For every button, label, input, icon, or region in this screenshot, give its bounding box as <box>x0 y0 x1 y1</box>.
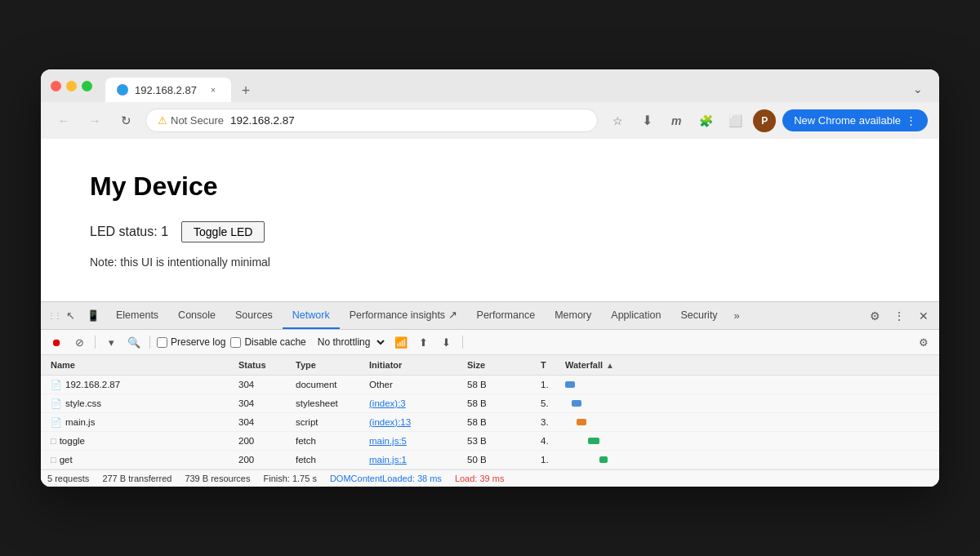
row-waterfall-3 <box>562 416 933 429</box>
row-name-5: □ get <box>47 454 235 465</box>
tab-network[interactable]: Network <box>283 303 340 329</box>
row-time-4: 4. <box>537 435 562 447</box>
tab-console[interactable]: Console <box>168 303 225 329</box>
select-panel-icon[interactable]: ↖ <box>60 306 80 326</box>
extensions-btn[interactable]: 🧩 <box>694 109 717 132</box>
row-initiator-2[interactable]: (index):3 <box>366 398 464 409</box>
table-row[interactable]: □ get 200 fetch main.js:1 50 B 1. <box>41 451 939 469</box>
tab-performance-insights[interactable]: Performance insights ↗ <box>340 302 467 329</box>
row-size-5: 50 B <box>464 454 537 465</box>
tab-performance[interactable]: Performance <box>467 303 546 329</box>
network-settings-btn[interactable]: ⚙ <box>915 333 933 351</box>
reload-btn[interactable]: ↻ <box>114 109 137 132</box>
row-initiator-1: Other <box>366 379 464 390</box>
devtools-actions: ⚙ ⋮ ✕ <box>864 305 934 327</box>
forward-btn[interactable]: → <box>83 109 106 132</box>
new-chrome-btn[interactable]: New Chrome available ⋮ <box>782 109 928 131</box>
more-tabs-btn[interactable]: » <box>728 303 746 328</box>
waterfall-sort-arrow: ▲ <box>606 361 614 370</box>
address-bar: ← → ↻ ⚠ Not Secure 192.168.2.87 ☆ ⬇ m 🧩 … <box>41 102 939 139</box>
row-type-4: fetch <box>292 435 366 447</box>
row-type-2: stylesheet <box>292 398 366 409</box>
minimize-traffic-light[interactable] <box>66 81 77 91</box>
close-traffic-light[interactable] <box>51 81 61 91</box>
toolbar-right: ⚙ <box>915 333 933 351</box>
devtools-settings-btn[interactable]: ⚙ <box>864 305 885 327</box>
row-time-5: 1. <box>537 454 562 465</box>
toolbar-divider-1 <box>95 336 96 349</box>
status-finish: Finish: 1.75 s <box>263 474 316 483</box>
devtools-status-bar: 5 requests 277 B transferred 739 B resou… <box>41 469 939 487</box>
back-btn[interactable]: ← <box>52 109 75 132</box>
import-har-btn[interactable]: ⬆ <box>415 333 433 351</box>
preserve-log-label: Preserve log <box>171 336 225 348</box>
row-name-1: 📄 192.168.2.87 <box>47 379 235 391</box>
table-header: Name Status Type Initiator Size T Waterf… <box>41 355 939 376</box>
wifi-conditions-btn[interactable]: 📶 <box>392 333 410 351</box>
devtools-kebab-btn[interactable]: ⋮ <box>889 305 910 327</box>
maximize-traffic-light[interactable] <box>82 81 92 91</box>
preserve-log-input[interactable] <box>157 337 167 348</box>
row-status-4: 200 <box>235 435 292 447</box>
profile-avatar[interactable]: P <box>753 109 776 132</box>
bookmark-btn[interactable]: ☆ <box>606 109 629 132</box>
status-domcontentloaded: DOMContentLoaded: 38 ms <box>330 474 442 483</box>
status-load: Load: 39 ms <box>455 474 505 483</box>
row-size-4: 53 B <box>464 435 537 447</box>
row-time-1: 1. <box>537 379 562 390</box>
tab-security[interactable]: Security <box>670 303 727 329</box>
row-initiator-3[interactable]: (index):13 <box>366 416 464 428</box>
page-title: My Device <box>90 171 890 202</box>
search-btn[interactable]: 🔍 <box>125 333 143 351</box>
status-requests: 5 requests <box>47 474 89 483</box>
disable-cache-label: Disable cache <box>244 336 305 348</box>
row-size-2: 58 B <box>464 398 537 409</box>
drag-handle[interactable]: ⋮⋮ <box>46 305 60 327</box>
table-row[interactable]: 📄 192.168.2.87 304 document Other 58 B 1… <box>41 376 939 394</box>
url-text: 192.168.2.87 <box>230 114 295 127</box>
row-size-3: 58 B <box>464 416 537 428</box>
row-time-3: 3. <box>537 416 562 428</box>
row-initiator-4[interactable]: main.js:5 <box>366 435 464 447</box>
page-content: My Device LED status: 1 Toggle LED Note:… <box>41 139 939 301</box>
table-row[interactable]: □ toggle 200 fetch main.js:5 53 B 4. <box>41 432 939 451</box>
toggle-led-btn[interactable]: Toggle LED <box>181 221 265 242</box>
header-size: Size <box>464 358 537 371</box>
export-har-btn[interactable]: ⬇ <box>438 333 456 351</box>
record-btn[interactable]: ⏺ <box>47 333 65 351</box>
tab-dropdown-btn[interactable]: ⌄ <box>906 78 929 100</box>
row-name-4: □ toggle <box>47 435 235 447</box>
filter-btn[interactable]: ▾ <box>102 333 120 351</box>
device-mode-icon[interactable]: 📱 <box>83 306 103 326</box>
row-waterfall-2 <box>562 397 933 410</box>
active-tab[interactable]: 🌐 192.168.2.87 × <box>105 78 231 102</box>
toolbar-divider-2 <box>149 336 150 349</box>
row-size-1: 58 B <box>464 379 537 390</box>
preserve-log-checkbox[interactable]: Preserve log <box>157 336 225 348</box>
table-row[interactable]: 📄 style.css 304 stylesheet (index):3 58 … <box>41 394 939 413</box>
download-extension-btn[interactable]: ⬇ <box>635 109 658 132</box>
split-view-btn[interactable]: ⬜ <box>724 109 746 132</box>
header-type: Type <box>292 358 366 371</box>
tab-close-btn[interactable]: × <box>207 83 220 96</box>
new-tab-btn[interactable]: + <box>234 79 257 102</box>
disable-cache-input[interactable] <box>230 337 241 348</box>
devtools-close-btn[interactable]: ✕ <box>913 305 934 327</box>
tab-memory[interactable]: Memory <box>545 303 601 329</box>
status-transferred: 277 B transferred <box>102 474 172 483</box>
clear-btn[interactable]: ⊘ <box>70 333 88 351</box>
table-row[interactable]: 📄 main.js 304 script (index):13 58 B 3. <box>41 413 939 432</box>
disable-cache-checkbox[interactable]: Disable cache <box>230 336 305 348</box>
tab-sources[interactable]: Sources <box>225 303 283 329</box>
tab-application[interactable]: Application <box>601 303 670 329</box>
row-waterfall-4 <box>562 434 933 447</box>
row-initiator-5[interactable]: main.js:1 <box>366 454 464 465</box>
tab-elements[interactable]: Elements <box>106 303 168 329</box>
url-bar[interactable]: ⚠ Not Secure 192.168.2.87 <box>145 109 598 132</box>
throttle-select[interactable]: No throttling Fast 3G Slow 3G Offline <box>311 334 387 350</box>
row-waterfall-5 <box>562 453 933 466</box>
row-type-3: script <box>292 416 366 428</box>
devtools-tabs: ⋮⋮ ↖ 📱 Elements Console Sources Network … <box>41 302 939 330</box>
network-table: Name Status Type Initiator Size T Waterf… <box>41 355 939 469</box>
memory-saver-btn[interactable]: m <box>665 109 688 132</box>
